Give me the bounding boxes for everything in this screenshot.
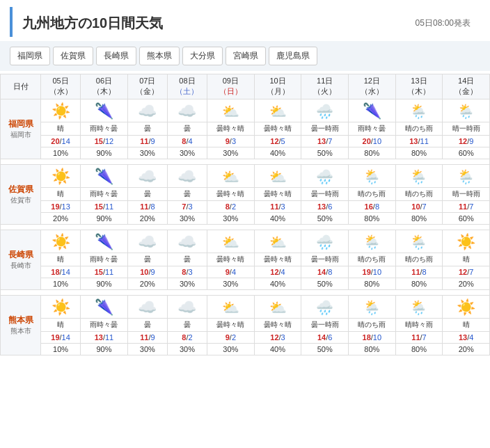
cloudy-icon: ☁️ (177, 298, 196, 316)
precipitation-cell: 80% (395, 278, 443, 289)
sunny-rainy-icon: 🌦️ (410, 234, 427, 250)
prefecture-tab[interactable]: 鹿児島県 (269, 47, 317, 65)
temp-high: 13 (317, 202, 326, 211)
temp-low: 10 (373, 333, 381, 342)
weather-text-cell: 晴 (41, 318, 81, 331)
temperature-cell: 15/12 (81, 135, 128, 147)
temp-low: 8 (328, 268, 332, 276)
prefecture-tab[interactable]: 熊本県 (139, 47, 180, 65)
temp-low: 7 (422, 202, 427, 211)
temperature-cell: 13/7 (301, 135, 349, 147)
weather-icon-cell: ☁️ (167, 295, 207, 318)
temperature-cell: 19/10 (349, 266, 396, 278)
weather-icon-cell: 🌧️ (301, 295, 349, 318)
page-title: 九州地方の10日間天気 (22, 14, 163, 33)
temp-low: 9 (150, 333, 155, 342)
prefecture-tab[interactable]: 大分県 (182, 47, 223, 65)
temperature-row: 18/1415/1110/98/39/412/414/819/1011/812/… (1, 266, 490, 278)
precipitation-cell: 30% (207, 147, 255, 159)
date-header-cell: 10日（月） (254, 74, 301, 99)
temperature-cell: 18/14 (41, 266, 81, 278)
temp-high: 15 (95, 137, 103, 145)
prefecture-name: 熊本県 (2, 314, 39, 326)
weather-icon-cell: ☀️ (41, 99, 81, 122)
date-header-cell: 11日（火） (301, 74, 349, 99)
weather-text-row: 晴雨時々曇曇曇曇時々晴曇時々晴曇一時雨晴のち雨晴のち雨晴 (1, 253, 490, 266)
prefecture-tab[interactable]: 福岡県 (10, 47, 50, 65)
temp-low: 11 (105, 268, 113, 276)
weather-icon-cell: ☀️ (443, 230, 490, 253)
precipitation-cell: 90% (81, 278, 128, 289)
weather-text-cell: 曇時々晴 (207, 253, 255, 266)
page-header: 九州地方の10日間天気 05日08:00発表 (10, 7, 480, 37)
weather-icon-cell: ⛅ (254, 99, 301, 122)
precipitation-cell: 90% (81, 212, 128, 224)
cloudy-sunny-icon: ⛅ (222, 169, 239, 184)
weather-text-cell: 曇時々晴 (254, 253, 301, 266)
weather-text-cell: 雨時々曇 (81, 122, 128, 135)
temp-high: 20 (51, 137, 59, 145)
temp-high: 14 (317, 268, 326, 276)
weather-text-cell: 曇時々晴 (207, 318, 255, 331)
section-divider (1, 224, 490, 230)
prefecture-tab[interactable]: 宮崎県 (226, 47, 266, 65)
temperature-cell: 10/9 (127, 266, 167, 278)
sunny-icon: ☀️ (52, 168, 70, 185)
weather-text-cell: 曇 (167, 187, 207, 200)
temperature-cell: 12/4 (254, 266, 301, 278)
temp-high: 18 (51, 268, 59, 276)
precipitation-cell: 80% (395, 212, 443, 224)
cloudy-icon: ☁️ (138, 102, 157, 120)
temperature-cell: 13/11 (395, 135, 443, 147)
weather-icon-cell: 🌧️ (301, 99, 349, 122)
weather-text-cell: 晴のち雨 (395, 187, 443, 200)
precipitation-cell: 10% (41, 278, 81, 289)
sunny-rainy-icon: 🌦️ (410, 169, 427, 184)
weather-text-cell: 晴のち雨 (349, 187, 396, 200)
temperature-cell: 9/2 (207, 331, 255, 343)
weather-text-cell: 曇 (127, 318, 167, 331)
temp-low: 3 (281, 202, 285, 211)
temperature-cell: 12/7 (443, 266, 490, 278)
cloudy-icon: ☁️ (138, 168, 157, 185)
precipitation-row: 10%90%30%30%30%40%50%80%80%60% (1, 147, 490, 159)
precipitation-cell: 50% (301, 343, 349, 355)
prefecture-label: 佐賀県佐賀市 (1, 164, 41, 224)
temperature-cell: 16/8 (349, 200, 396, 212)
sunny-icon: ☀️ (52, 102, 70, 120)
temperature-row: 20/1415/1211/98/49/312/513/720/1013/1112… (1, 135, 490, 147)
weather-icon-cell: 🌧️ (301, 230, 349, 253)
temperature-cell: 12/3 (254, 331, 301, 343)
temp-high: 19 (51, 202, 59, 211)
cloudy-sunny-icon: ⛅ (269, 169, 287, 184)
cloudy-sunny-icon: ⛅ (222, 300, 239, 315)
temperature-cell: 18/10 (349, 331, 396, 343)
temp-low: 9 (469, 137, 473, 145)
temp-low: 14 (62, 137, 70, 145)
temp-low: 7 (469, 268, 473, 276)
weather-icon-cell: ⛅ (207, 99, 255, 122)
precipitation-cell: 20% (127, 212, 167, 224)
weather-icon-cell: ☁️ (127, 295, 167, 318)
weather-text-cell: 晴 (41, 122, 81, 135)
precipitation-row: 10%90%30%30%30%40%50%80%80%20% (1, 343, 490, 355)
timestamp: 05日08:00発表 (416, 17, 471, 29)
prefecture-tab[interactable]: 佐賀県 (53, 47, 93, 65)
temp-low: 10 (373, 268, 381, 276)
precipitation-cell: 60% (443, 147, 490, 159)
precipitation-cell: 90% (81, 147, 128, 159)
sunny-rainy-icon: 🌦️ (363, 169, 381, 184)
temperature-cell: 11/8 (127, 200, 167, 212)
precipitation-cell: 80% (395, 343, 443, 355)
weather-icon-cell: 🌂 (81, 99, 128, 122)
city-name: 長崎市 (2, 261, 39, 271)
weather-text-cell: 晴 (41, 253, 81, 266)
temperature-cell: 14/8 (301, 266, 349, 278)
weather-icon-cell: ⛅ (254, 230, 301, 253)
cloudy-rainy-icon: 🌧️ (316, 169, 333, 184)
prefecture-tab[interactable]: 長崎県 (96, 47, 136, 65)
city-name: 熊本市 (2, 326, 39, 336)
temperature-cell: 8/2 (207, 200, 255, 212)
city-name: 佐賀市 (2, 195, 39, 205)
temp-high: 10 (140, 268, 148, 276)
